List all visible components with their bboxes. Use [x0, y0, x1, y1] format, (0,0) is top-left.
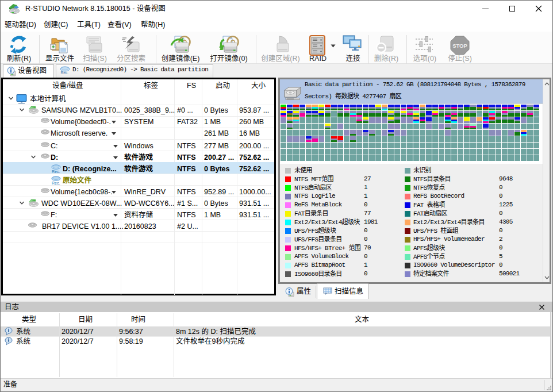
svg-text:Rec.: Rec. — [52, 181, 60, 185]
svg-text:Rec.: Rec. — [61, 71, 69, 75]
svg-text:Rec.: Rec. — [52, 170, 60, 174]
svg-text:STOP: STOP — [452, 43, 467, 49]
